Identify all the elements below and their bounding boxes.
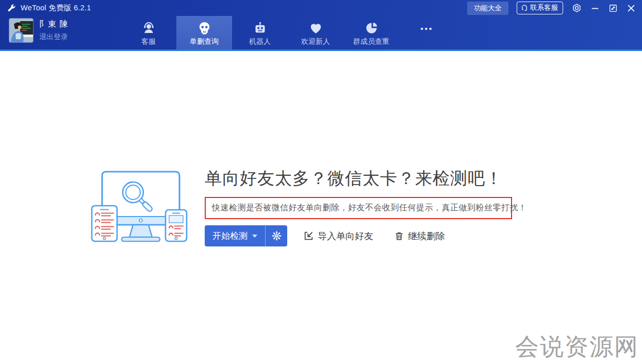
maximize-button[interactable] [608,4,618,13]
contact-support-button[interactable]: 联系客服 [517,2,563,14]
features-button[interactable]: 功能大全 [467,2,508,15]
main-content: 单向好友太多？微信太卡？来检测吧！ 快速检测是否被微信好友单向删除，好友不会收到… [0,51,642,364]
wetool-window: WeTool 免费版 6.2.1 功能大全 联系客服 [0,0,642,364]
dropdown-caret-icon [252,235,257,238]
nav-item-welcome-newcomers[interactable]: 欢迎新人 [288,16,343,49]
settings-gear-button[interactable] [572,3,582,13]
robot-icon [253,20,267,36]
user-avatar[interactable] [9,19,33,42]
trash-icon [394,231,404,241]
nav-item-robot[interactable]: 机器人 [232,16,288,49]
import-icon [303,230,314,241]
start-detect-button[interactable]: 开始检测 [205,225,265,246]
hero-heading: 单向好友太多？微信太卡？来检测吧！ [205,169,535,188]
gear-icon [272,231,282,241]
pie-chart-icon [365,20,378,36]
main-nav: 客服 单删查询 机器人 欢迎新人 群成员查重 ••• [121,16,455,49]
import-oneway-friends-button[interactable]: 导入单向好友 [303,230,373,242]
highlighted-note: 快速检测是否被微信好友单向删除，好友不会收到任何提示，真正做到粉丝零打扰！ [205,197,512,219]
continue-delete-button[interactable]: 继续删除 [394,230,445,242]
close-button[interactable] [627,4,636,13]
app-title: WeTool 免费版 6.2.1 [21,3,91,13]
start-detect-button-group: 开始检测 [205,225,287,246]
titlebar: WeTool 免费版 6.2.1 功能大全 联系客服 [0,0,642,16]
user-panel: 阝東 陳 退出登录 [9,19,68,42]
detect-illustration [88,165,195,247]
heart-icon [309,20,323,36]
nav-item-group-member-dedup[interactable]: 群成员查重 [343,16,399,49]
nav-more-button[interactable]: ••• [399,16,455,49]
detect-settings-button[interactable] [266,225,287,246]
logout-link[interactable]: 退出登录 [39,32,68,42]
user-name: 阝東 陳 [39,19,68,30]
watermark: 会说资源网 [515,331,639,363]
action-row: 开始检测 导入单向好友 [205,225,535,246]
headset-agent-icon [142,20,156,36]
headset-small-icon [521,4,528,11]
wrench-logo-icon [7,4,16,12]
skull-icon [197,20,211,36]
nav-item-single-delete-query[interactable]: 单删查询 [176,16,232,49]
nav-item-customer-service[interactable]: 客服 [121,16,176,49]
minimize-button[interactable] [590,4,600,13]
hero-section: 单向好友太多？微信太卡？来检测吧！ 快速检测是否被微信好友单向删除，好友不会收到… [205,169,535,246]
